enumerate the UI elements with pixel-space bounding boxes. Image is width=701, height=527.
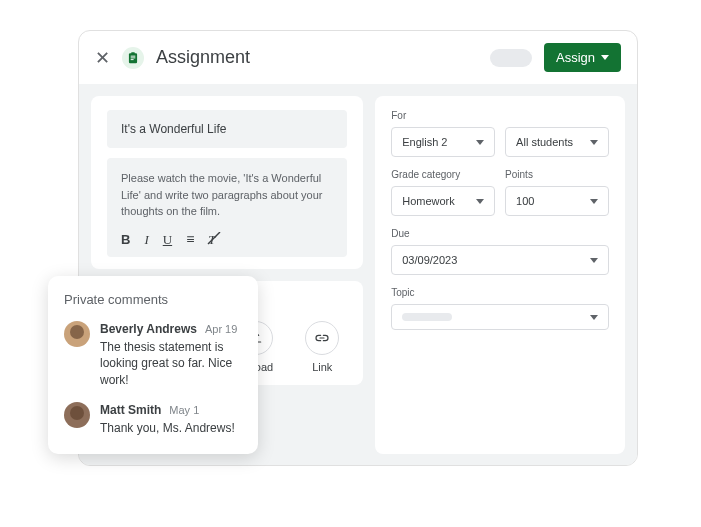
attach-link: Link — [305, 321, 339, 373]
comment-date: May 1 — [169, 403, 199, 418]
link-button[interactable] — [305, 321, 339, 355]
grade-category-value: Homework — [402, 195, 455, 207]
due-value: 03/09/2023 — [402, 254, 457, 266]
editor-card: It's a Wonderful Life Please watch the m… — [91, 96, 363, 269]
assignment-title-input[interactable]: It's a Wonderful Life — [107, 110, 347, 148]
assign-button[interactable]: Assign — [544, 43, 621, 72]
points-label: Points — [505, 169, 609, 180]
svg-rect-4 — [131, 52, 135, 54]
chevron-down-icon — [590, 199, 598, 204]
topic-group: Topic — [391, 287, 609, 330]
for-group: For English 2 All students — [391, 110, 609, 157]
chevron-down-icon — [601, 55, 609, 60]
private-comments-popup: Private comments Beverly Andrews Apr 19 … — [48, 276, 258, 454]
page-title: Assignment — [156, 47, 250, 68]
header-placeholder — [490, 49, 532, 67]
comment-item: Beverly Andrews Apr 19 The thesis statem… — [64, 321, 242, 388]
chevron-down-icon — [590, 140, 598, 145]
svg-rect-2 — [131, 57, 136, 58]
comment-text: Thank you, Ms. Andrews! — [100, 420, 235, 436]
grade-category-select[interactable]: Homework — [391, 186, 495, 216]
students-value: All students — [516, 136, 573, 148]
clear-formatting-button[interactable]: T — [208, 230, 215, 250]
private-comments-heading: Private comments — [64, 292, 242, 307]
class-select[interactable]: English 2 — [391, 127, 495, 157]
svg-rect-3 — [131, 59, 134, 60]
comment-date: Apr 19 — [205, 322, 237, 337]
topic-placeholder — [402, 313, 452, 321]
due-label: Due — [391, 228, 609, 239]
assignment-icon — [122, 47, 144, 69]
comment-author: Beverly Andrews — [100, 321, 197, 337]
description-text: Please watch the movie, 'It's a Wonderfu… — [121, 172, 322, 217]
for-label: For — [391, 110, 609, 121]
assign-button-label: Assign — [556, 50, 595, 65]
students-select[interactable]: All students — [505, 127, 609, 157]
chevron-down-icon — [590, 315, 598, 320]
italic-button[interactable]: I — [144, 230, 148, 250]
points-group: Points 100 — [505, 169, 609, 216]
topbar: ✕ Assignment Assign — [79, 31, 637, 84]
comment-item: Matt Smith May 1 Thank you, Ms. Andrews! — [64, 402, 242, 436]
grade-category-group: Grade category Homework — [391, 169, 495, 216]
grade-category-label: Grade category — [391, 169, 495, 180]
bold-button[interactable]: B — [121, 230, 130, 250]
due-group: Due 03/09/2023 — [391, 228, 609, 275]
due-date-select[interactable]: 03/09/2023 — [391, 245, 609, 275]
close-icon[interactable]: ✕ — [95, 49, 110, 67]
chevron-down-icon — [590, 258, 598, 263]
avatar — [64, 402, 90, 428]
avatar — [64, 321, 90, 347]
bulleted-list-button[interactable]: ≡ — [186, 232, 194, 246]
right-column: For English 2 All students Grade categor… — [375, 96, 625, 454]
topic-label: Topic — [391, 287, 609, 298]
chevron-down-icon — [476, 199, 484, 204]
underline-button[interactable]: U — [163, 230, 172, 250]
chevron-down-icon — [476, 140, 484, 145]
class-value: English 2 — [402, 136, 447, 148]
svg-rect-1 — [131, 55, 136, 56]
format-toolbar: B I U ≡ T — [121, 230, 333, 250]
link-label: Link — [312, 361, 332, 373]
assignment-description-input[interactable]: Please watch the movie, 'It's a Wonderfu… — [107, 158, 347, 257]
svg-line-5 — [208, 232, 220, 244]
points-value: 100 — [516, 195, 534, 207]
comment-text: The thesis statement is looking great so… — [100, 339, 242, 388]
points-select[interactable]: 100 — [505, 186, 609, 216]
comment-author: Matt Smith — [100, 402, 161, 418]
link-icon — [314, 330, 330, 346]
topic-select[interactable] — [391, 304, 609, 330]
